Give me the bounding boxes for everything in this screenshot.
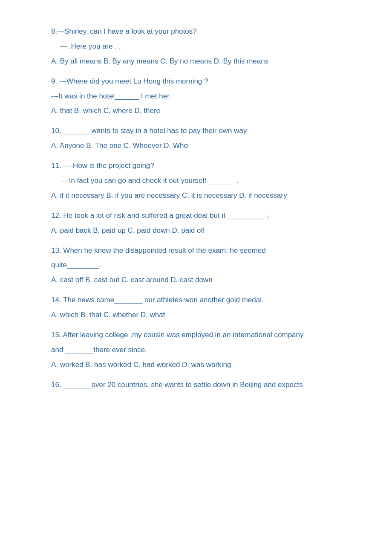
q8-options: A. By all means B. By any means C. By no… (51, 55, 341, 68)
q15-text: 15. After leaving college ,my cousin was… (51, 329, 341, 341)
question-12: 12. He took a lot of risk and suffered a… (51, 210, 341, 237)
q9-options: A. that B. which C. where D. there (51, 105, 341, 117)
q11-answer: — In fact you can go and check it out yo… (51, 175, 341, 187)
question-16: 16. _______over 20 countries, she wants … (51, 379, 341, 391)
question-11: 11. ----How is the project going? — In f… (51, 160, 341, 202)
question-13: 13. When he knew the disappointed result… (51, 245, 341, 287)
q11-options: A. if it necessary B. if you are necessa… (51, 190, 341, 202)
question-10: 10. _______wants to stay in a hotel has … (51, 125, 341, 152)
question-9: 9. ---Where did you meet Lu Hong this mo… (51, 75, 341, 118)
exam-content: 8.—Shirley, can I have a look at your ph… (51, 26, 341, 391)
q9-answer: ---It was in the hotel______ I met her. (51, 90, 341, 103)
q8-answer: — .Here you are . . (51, 40, 341, 53)
q10-options: A. Anyone B. The one C. Whoever D. Who (51, 140, 341, 152)
question-15: 15. After leaving college ,my cousin was… (51, 329, 341, 371)
q9-text: 9. ---Where did you meet Lu Hong this mo… (51, 75, 341, 88)
q15-options: A. worked B. has worked C. had worked D.… (51, 359, 341, 371)
q13-options: A. cast off B. cast out C. cast around D… (51, 274, 341, 286)
q16-text: 16. _______over 20 countries, she wants … (51, 379, 341, 391)
q12-text: 12. He took a lot of risk and suffered a… (51, 210, 341, 222)
q15-text2: and _______there ever since. (51, 344, 341, 356)
q8-text: 8.—Shirley, can I have a look at your ph… (51, 26, 341, 38)
q10-text: 10. _______wants to stay in a hotel has … (51, 125, 341, 137)
question-14: 14. The news came_______ our athletes wo… (51, 294, 341, 321)
q14-text: 14. The news came_______ our athletes wo… (51, 294, 341, 306)
q11-text: 11. ----How is the project going? (51, 160, 341, 172)
q13-text: 13. When he knew the disappointed result… (51, 245, 341, 257)
question-8: 8.—Shirley, can I have a look at your ph… (51, 26, 341, 68)
q13-text2: quite________. (51, 259, 341, 272)
q14-options: A. which B. that C. whether D. what (51, 309, 341, 321)
q12-options: A. paid back B. paid up C. paid down D. … (51, 225, 341, 237)
